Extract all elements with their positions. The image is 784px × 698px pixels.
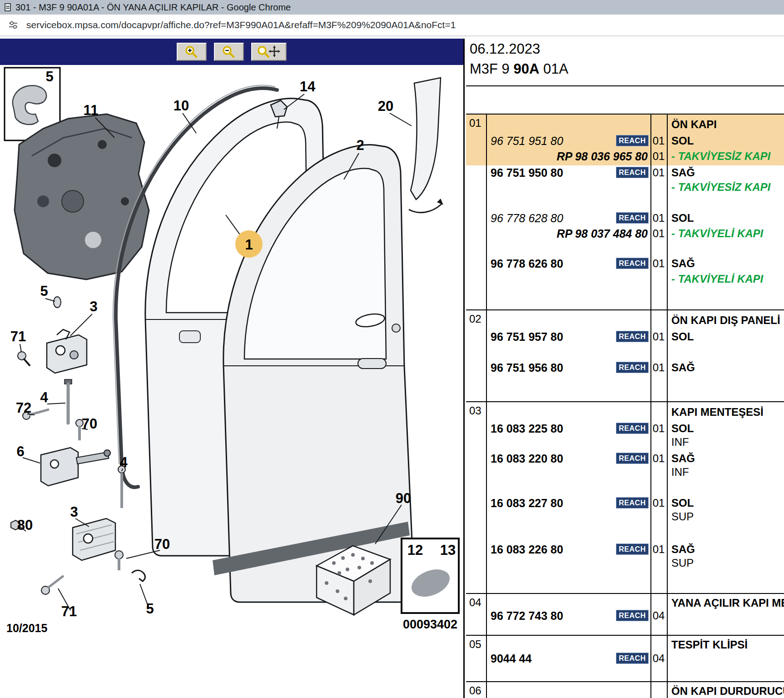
part-number[interactable]: 96 778 628 80 xyxy=(491,212,563,225)
part-variant-note: - TAKVİYELİ KAPI xyxy=(671,273,763,285)
part-number[interactable]: 9044 44 xyxy=(491,652,531,665)
part-number[interactable]: 96 751 951 80 xyxy=(491,135,563,148)
ref-prefix: M3F 9 xyxy=(470,61,513,77)
part-number[interactable]: 96 751 956 80 xyxy=(491,361,563,374)
lower-hinge-drawing xyxy=(73,519,115,560)
quantity: 01 xyxy=(650,257,667,270)
quantity: 01 xyxy=(650,543,667,556)
diagram-callout[interactable]: 3 xyxy=(70,504,78,520)
column-divider xyxy=(667,682,668,698)
part-number[interactable]: 96 751 950 80 xyxy=(491,166,563,179)
zoom-out-icon xyxy=(221,45,237,59)
diagram-callout[interactable]: 10 xyxy=(174,98,189,114)
reach-badge[interactable]: REACH xyxy=(616,212,649,224)
part-description: SOL xyxy=(671,497,694,509)
diagram-callout[interactable]: 70 xyxy=(82,416,97,432)
reach-badge[interactable]: REACH xyxy=(616,653,649,664)
column-divider xyxy=(667,402,668,593)
parts-group-03: 03 KAPI MENTEŞESİ 16 083 225 80 REACH 01… xyxy=(466,402,784,594)
url-text[interactable]: servicebox.mpsa.com/docapvpr/affiche.do?… xyxy=(26,20,456,30)
part-description: SAĞ xyxy=(671,166,695,179)
site-settings-icon[interactable] xyxy=(7,19,19,31)
diagram-callout[interactable]: 80 xyxy=(17,517,33,533)
part-number[interactable]: 16 083 220 80 xyxy=(491,452,563,465)
reach-badge[interactable]: REACH xyxy=(616,610,649,621)
quantity: 04 xyxy=(650,609,667,622)
diagram-callout[interactable]: 20 xyxy=(378,98,393,114)
column-divider xyxy=(486,402,487,593)
group-title: ÖN KAPI DURDURUCU xyxy=(671,685,784,698)
ref-main: 90A xyxy=(513,61,539,77)
zoom-in-button[interactable] xyxy=(177,43,207,61)
group-title: TESPİT KLİPSİ xyxy=(671,638,748,651)
part-description: SAĞ xyxy=(671,543,695,556)
part-description: SOL xyxy=(671,422,694,435)
diagram-callout[interactable]: 11 xyxy=(84,102,99,118)
group-number: 01 xyxy=(469,117,481,130)
part-position-note: SUP xyxy=(671,557,694,569)
diagram-toolbar xyxy=(0,39,463,65)
diagram-callout[interactable]: 70 xyxy=(154,536,170,552)
reach-badge[interactable]: REACH xyxy=(616,331,649,342)
reach-badge[interactable]: REACH xyxy=(616,362,649,373)
group-title: KAPI MENTEŞESİ xyxy=(671,406,764,419)
replacement-part-number[interactable]: RP 98 036 965 80 xyxy=(486,150,648,163)
part-number[interactable]: 16 083 226 80 xyxy=(491,543,563,556)
part-description: SOL xyxy=(671,330,694,343)
reach-badge[interactable]: REACH xyxy=(616,497,649,509)
zoom-pan-button[interactable] xyxy=(251,43,287,61)
group-title: YANA AÇILIR KAPI ME xyxy=(671,597,784,609)
quantity: 01 xyxy=(650,166,667,179)
door-parts-drawing: 5 11 10 14 20 2 1 5 3 71 4 72 70 6 4 3 8… xyxy=(0,65,463,698)
replacement-part-number[interactable]: RP 98 037 484 80 xyxy=(486,227,648,240)
diagram-callout[interactable]: 6 xyxy=(16,444,24,459)
part-number[interactable]: 96 778 626 80 xyxy=(491,257,563,270)
column-divider xyxy=(650,682,651,698)
zoom-out-button[interactable] xyxy=(214,43,244,61)
diagram-callout[interactable]: 5 xyxy=(40,283,48,299)
column-divider xyxy=(486,310,487,401)
diagram-callout[interactable]: 71 xyxy=(61,603,77,619)
diagram-callout[interactable]: 90 xyxy=(396,490,411,506)
part-position-note: INF xyxy=(671,466,689,479)
reach-badge[interactable]: REACH xyxy=(616,258,649,269)
reach-badge[interactable]: REACH xyxy=(616,453,649,464)
part-variant-note: - TAKVİYESİZ KAPI xyxy=(671,181,770,194)
diagram-callout[interactable]: 12 xyxy=(407,542,423,558)
part-number[interactable]: 16 083 227 80 xyxy=(491,497,563,510)
part-number[interactable]: 96 772 743 80 xyxy=(491,609,563,623)
inner-door-panel-drawing xyxy=(15,114,149,279)
reach-badge[interactable]: REACH xyxy=(616,167,649,178)
group-number: 05 xyxy=(469,638,481,651)
part-description: SOL xyxy=(671,135,694,147)
part-number[interactable]: 96 751 957 80 xyxy=(491,330,563,344)
diagram-callout[interactable]: 14 xyxy=(300,79,316,95)
reach-badge[interactable]: REACH xyxy=(616,423,649,434)
diagram-callout[interactable]: 4 xyxy=(40,389,48,405)
quantity: 01 xyxy=(650,212,667,224)
column-divider xyxy=(667,636,668,681)
diagram-callout[interactable]: 5 xyxy=(146,601,154,617)
diagram-callout[interactable]: 5 xyxy=(45,69,53,85)
address-bar[interactable]: servicebox.mpsa.com/docapvpr/affiche.do?… xyxy=(0,15,784,36)
part-description: SAĞ xyxy=(671,452,695,465)
group-title: ÖN KAPI DIŞ PANELİ xyxy=(671,314,780,327)
diagram-callout[interactable]: 4 xyxy=(119,454,128,470)
quantity: 01 xyxy=(650,497,667,509)
diagram-callout[interactable]: 2 xyxy=(356,137,364,153)
part-number[interactable]: 16 083 225 80 xyxy=(491,422,563,435)
diagram-callout[interactable]: 3 xyxy=(89,299,97,314)
reach-badge[interactable]: REACH xyxy=(616,543,649,555)
part-description: SOL xyxy=(671,212,694,224)
doc-reference: M3F 9 90A 01A xyxy=(470,61,568,77)
column-divider xyxy=(486,115,487,309)
column-divider xyxy=(667,310,668,401)
diagram-callout[interactable]: 13 xyxy=(440,542,456,558)
figure-number: 00093402 xyxy=(403,618,457,631)
diagram-callout[interactable]: 72 xyxy=(16,400,31,416)
reach-badge[interactable]: REACH xyxy=(616,135,649,146)
parts-group-06: 06 ÖN KAPI DURDURUCU 96 755 959 80 REACH… xyxy=(466,682,784,698)
diagram-callout[interactable]: 71 xyxy=(10,329,26,344)
column-divider xyxy=(486,594,487,635)
diagram-callout[interactable]: 1 xyxy=(245,237,253,253)
